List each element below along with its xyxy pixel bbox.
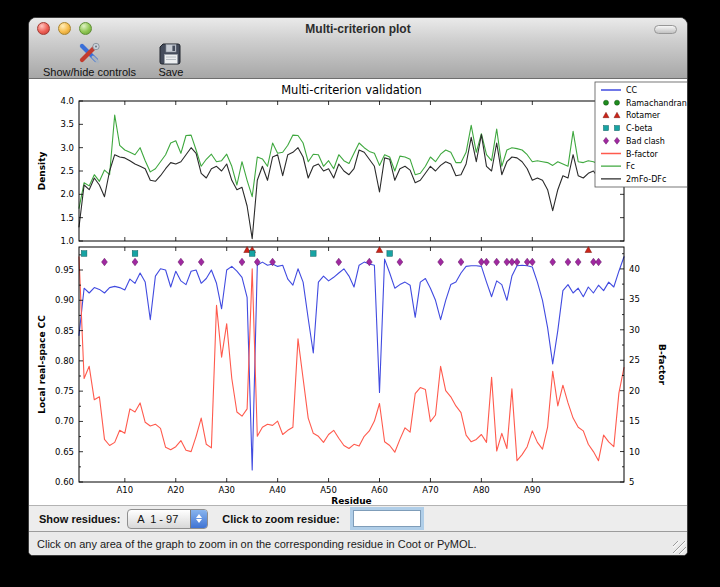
traffic-lights (37, 22, 92, 35)
popup-stepper-icon (190, 509, 207, 529)
svg-text:4.0: 4.0 (60, 96, 74, 106)
svg-text:35: 35 (629, 294, 640, 304)
svg-text:Local real-space CC: Local real-space CC (37, 315, 47, 414)
svg-text:A20: A20 (167, 485, 184, 495)
svg-text:25: 25 (629, 355, 640, 365)
show-residues-label: Show residues: (39, 513, 120, 525)
svg-text:0.65: 0.65 (55, 447, 74, 457)
svg-text:A40: A40 (269, 485, 286, 495)
svg-text:1.0: 1.0 (60, 236, 74, 246)
svg-text:40: 40 (629, 264, 640, 274)
svg-text:B-factor: B-factor (626, 150, 659, 159)
svg-text:A90: A90 (524, 485, 541, 495)
svg-text:A30: A30 (218, 485, 235, 495)
svg-text:A70: A70 (422, 485, 439, 495)
svg-text:2mFo-DFc: 2mFo-DFc (626, 175, 666, 184)
window-title: Multi-criterion plot (29, 18, 687, 40)
app-window: Multi-criterion plot Show/hide controls (28, 17, 688, 556)
zoom-residue-input[interactable] (353, 510, 421, 527)
plot-svg[interactable]: Multi-criterion validationA10A20A30A40A5… (29, 79, 688, 506)
save-icon (158, 42, 184, 66)
show-hide-controls-button[interactable]: Show/hide controls (43, 42, 136, 78)
svg-text:Residue: Residue (331, 496, 371, 506)
svg-text:A80: A80 (473, 485, 490, 495)
svg-text:0.75: 0.75 (55, 386, 74, 396)
svg-text:2.0: 2.0 (60, 189, 74, 199)
close-button[interactable] (37, 22, 50, 35)
svg-text:3.0: 3.0 (60, 143, 74, 153)
save-label: Save (158, 66, 183, 78)
svg-text:Fc: Fc (626, 162, 635, 171)
svg-text:Rotamer: Rotamer (626, 111, 661, 120)
svg-text:20: 20 (629, 386, 640, 396)
status-text: Click on any area of the graph to zoom i… (37, 538, 477, 550)
svg-text:2.5: 2.5 (60, 166, 74, 176)
controls-bar: Show residues: A 1 - 97 Click to zoom re… (29, 505, 687, 531)
toolbar-toggle-pill[interactable] (654, 25, 677, 34)
svg-text:0.60: 0.60 (55, 477, 74, 487)
desktop: { "window": { "title": "Multi-criterion … (0, 0, 720, 587)
svg-text:5: 5 (629, 477, 634, 487)
svg-text:1.5: 1.5 (60, 213, 74, 223)
zoom-residue-label: Click to zoom residue: (222, 513, 339, 525)
title-bar[interactable]: Multi-criterion plot (29, 18, 687, 40)
tools-icon (76, 42, 102, 66)
svg-text:10: 10 (629, 447, 640, 457)
svg-text:Density: Density (37, 152, 47, 191)
svg-text:B-factor: B-factor (657, 344, 667, 385)
residue-range-value: A 1 - 97 (128, 513, 190, 525)
svg-text:0.95: 0.95 (55, 265, 74, 275)
svg-text:15: 15 (629, 416, 640, 426)
residue-range-select[interactable]: A 1 - 97 (127, 509, 208, 529)
svg-text:A60: A60 (371, 485, 388, 495)
svg-text:C-beta: C-beta (626, 124, 653, 133)
svg-text:30: 30 (629, 325, 640, 335)
status-bar: Click on any area of the graph to zoom i… (29, 531, 687, 555)
svg-text:Multi-criterion validation: Multi-criterion validation (281, 83, 422, 97)
toolbar: Show/hide controls Save (29, 40, 687, 79)
show-hide-controls-label: Show/hide controls (43, 66, 136, 78)
svg-text:CC: CC (626, 86, 638, 95)
svg-text:Ramachandran: Ramachandran (626, 99, 687, 108)
svg-text:0.90: 0.90 (55, 295, 74, 305)
svg-text:0.70: 0.70 (55, 416, 74, 426)
svg-text:3.5: 3.5 (60, 119, 74, 129)
zoom-button[interactable] (79, 22, 92, 35)
svg-text:A50: A50 (320, 485, 337, 495)
minimize-button[interactable] (58, 22, 71, 35)
svg-text:Bad clash: Bad clash (626, 137, 665, 146)
save-button[interactable]: Save (158, 42, 184, 78)
svg-text:0.80: 0.80 (55, 356, 74, 366)
plot-canvas[interactable]: Multi-criterion validationA10A20A30A40A5… (29, 79, 687, 505)
resize-grip-icon[interactable] (673, 541, 686, 554)
svg-text:A10: A10 (117, 485, 134, 495)
svg-text:0.85: 0.85 (55, 326, 74, 336)
